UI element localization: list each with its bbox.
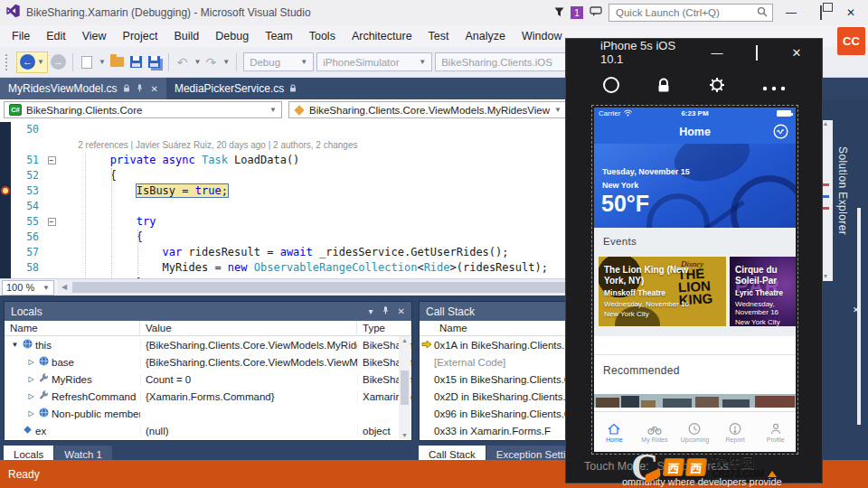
breakpoint-margin[interactable] — [0, 245, 11, 260]
watermark-domain: CR173.COM — [712, 470, 763, 479]
event-card-cirque[interactable]: PAR Cirque du Soleil-Par Lyric Theatre W… — [730, 257, 796, 326]
locals-header[interactable]: Locals ▾ ✕ — [5, 302, 411, 321]
menu-window[interactable]: Window — [514, 25, 570, 47]
locals-row[interactable]: ▼this{BikeSharing.Clients.Core.ViewModel… — [5, 336, 411, 353]
gear-icon[interactable] — [708, 76, 726, 98]
simulator-close-button[interactable]: ✕ — [777, 46, 816, 60]
locals-row[interactable]: (null)object — [5, 439, 411, 440]
breakpoint-margin[interactable] — [0, 214, 11, 230]
simulator-title-bar[interactable]: iPhone 5s iOS 10.1 — ✕ — [566, 39, 822, 66]
feedback-icon[interactable] — [590, 5, 602, 21]
close-tab-icon[interactable]: ✕ — [151, 84, 158, 94]
menu-architecture[interactable]: Architecture — [344, 25, 420, 47]
locals-scrollbar[interactable]: ▲▼ — [399, 336, 410, 439]
quick-launch-box[interactable] — [609, 4, 773, 22]
solution-explorer-vertical-tab[interactable]: Solution Explorer — [836, 146, 849, 235]
tab-home[interactable]: Home — [594, 412, 635, 452]
open-folder-icon[interactable] — [110, 57, 124, 67]
cc-badge: CC — [837, 27, 865, 55]
line-number: 54 — [11, 199, 45, 214]
search-icon — [757, 5, 768, 21]
save-all-icon[interactable] — [148, 56, 160, 68]
activity-pulse-icon[interactable] — [773, 124, 788, 142]
breakpoint-margin[interactable] — [0, 122, 11, 137]
menu-debug[interactable]: Debug — [207, 25, 257, 47]
close-icon[interactable]: ✕ — [398, 306, 405, 316]
line-number: 51 — [11, 153, 45, 168]
navigate-back-button[interactable]: ← ▼ — [16, 52, 48, 73]
breakpoint-margin[interactable] — [0, 137, 11, 153]
locals-row[interactable]: ▷RefreshCommand{Xamarin.Forms.Command}Xa… — [5, 388, 411, 405]
startup-project-box[interactable]: BikeSharing.Clients.iOS — [435, 52, 587, 71]
filter-icon[interactable] — [554, 5, 564, 21]
tab-myridesviewmodel[interactable]: MyRidesViewModel.cs ✕ — [0, 78, 166, 99]
minimize-button[interactable]: — — [779, 6, 803, 19]
toolbar-grip[interactable] — [5, 54, 10, 70]
platform-dropdown[interactable]: iPhoneSimulator▼ — [316, 52, 432, 71]
menu-file[interactable]: File — [4, 25, 38, 47]
breakpoint-margin[interactable] — [0, 230, 11, 245]
phone-screen[interactable]: Carrier 6:23 PM Home Tuesday, November 1… — [594, 108, 796, 452]
more-options-icon[interactable] — [762, 79, 786, 95]
locals-row[interactable]: ▷MyRidesCount = 0BikeSharing.Clients.Cor… — [5, 371, 411, 388]
panel-scrollbar-sliver[interactable] — [857, 208, 861, 425]
scrollbar-thumb[interactable] — [72, 282, 651, 293]
expander-icon[interactable]: ▷ — [26, 409, 36, 418]
line-number: 53 — [11, 183, 45, 199]
fold-collapse-icon[interactable]: − — [48, 156, 56, 164]
expander-icon[interactable]: ▼ — [10, 341, 20, 349]
breakpoint-margin[interactable] — [0, 168, 11, 183]
hero-city: New York — [602, 181, 638, 190]
pin-icon[interactable] — [382, 306, 390, 316]
expander-icon[interactable]: ▷ — [26, 375, 36, 383]
lock-icon[interactable] — [656, 78, 671, 97]
locals-row[interactable]: ▷base{BikeSharing.Clients.Core.ViewModel… — [5, 353, 411, 371]
breakpoint-margin[interactable] — [0, 183, 11, 199]
solution-config-dropdown[interactable]: Debug▼ — [243, 52, 314, 71]
event-card-lion-king[interactable]: Disney THE LION KING The Lion King (New … — [599, 257, 726, 326]
menu-edit[interactable]: Edit — [38, 25, 74, 47]
chevron-down-icon[interactable]: ▼ — [99, 58, 106, 66]
menu-project[interactable]: Project — [115, 25, 166, 47]
line-number: 50 — [11, 122, 45, 137]
breakpoint-margin[interactable] — [0, 199, 11, 214]
close-icon[interactable]: ✕ — [853, 305, 860, 314]
zoom-dropdown[interactable]: 100 %▼ — [2, 280, 54, 296]
tab-mediapickerservice[interactable]: MediaPickerService.cs — [166, 78, 305, 99]
navigate-forward-button[interactable]: → — [51, 54, 66, 70]
menu-build[interactable]: Build — [165, 25, 207, 47]
close-button[interactable]: ✕ — [839, 6, 863, 19]
chevron-down-icon[interactable]: ▼ — [222, 58, 230, 66]
undo-icon[interactable]: ↶ — [175, 55, 190, 70]
home-ring-icon[interactable] — [602, 76, 620, 98]
notification-badge[interactable]: 1 — [571, 6, 583, 19]
type-member-dropdown[interactable]: BikeSharing.Clients.Core.ViewModels.MyRi… — [288, 101, 567, 118]
locals-row[interactable]: ex(null)object — [5, 422, 411, 439]
breakpoint-margin[interactable] — [0, 260, 11, 276]
weather-hero: Tuesday, November 15 New York 50°F — [594, 144, 796, 228]
project-dropdown[interactable]: C# BikeSharing.Clients.Core ▼ — [4, 101, 282, 118]
quick-launch-input[interactable] — [614, 6, 757, 19]
simulator-minimize-button[interactable]: — — [697, 46, 737, 60]
chevron-down-icon[interactable]: ▼ — [194, 58, 202, 66]
menu-team[interactable]: Team — [257, 25, 301, 47]
window-position-icon[interactable]: ▾ — [369, 306, 373, 316]
scroll-left-icon[interactable]: ◀ — [58, 279, 71, 296]
menu-analyze[interactable]: Analyze — [458, 25, 514, 47]
expander-icon[interactable]: ▷ — [26, 392, 36, 400]
breakpoint-margin[interactable] — [0, 153, 11, 168]
redo-icon[interactable]: ↷ — [204, 55, 219, 70]
menu-view[interactable]: View — [74, 25, 115, 47]
pin-icon[interactable] — [136, 82, 144, 95]
expander-icon[interactable]: ▷ — [26, 358, 36, 366]
fold-collapse-icon[interactable]: − — [48, 218, 56, 226]
simulator-maximize-button[interactable] — [737, 46, 777, 60]
locals-row[interactable]: ▷Non-public members — [5, 405, 411, 422]
menu-tools[interactable]: Tools — [301, 25, 344, 47]
cityscape-image[interactable] — [594, 394, 796, 408]
globe-icon — [39, 356, 49, 368]
save-icon[interactable] — [130, 56, 142, 68]
new-item-icon[interactable] — [81, 56, 92, 69]
restore-button[interactable] — [809, 6, 833, 19]
menu-test[interactable]: Test — [420, 25, 458, 47]
